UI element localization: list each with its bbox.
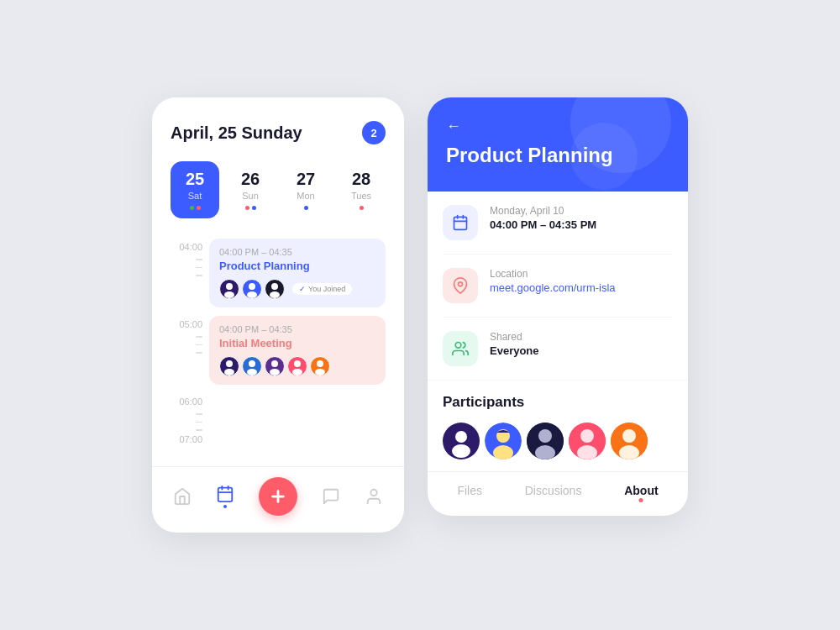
back-button[interactable]: ← [446,118,461,135]
nav-home[interactable] [163,487,202,506]
svg-point-0 [226,283,233,290]
svg-point-31 [452,444,470,458]
event-title-2: Initial Meeting [219,337,375,349]
date-item-28[interactable]: 28 Tues [337,161,386,218]
svg-point-12 [294,360,301,367]
event-product-planning[interactable]: 04:00 PM – 04:35 Product Planning [209,239,386,307]
svg-rect-23 [454,217,467,229]
event-container-2: 04:00 PM – 04:35 Initial Meeting [209,316,386,393]
svg-point-1 [224,291,234,298]
svg-point-5 [270,291,280,298]
participant-avatars [443,423,673,459]
dot [245,206,249,210]
svg-point-4 [271,283,278,290]
nav-chat[interactable] [312,487,350,506]
avatar [265,279,285,299]
date-item-27[interactable]: 27 Mon [281,161,330,218]
joined-text: You Joined [308,285,345,293]
avatar [219,356,239,376]
date-icon [452,214,469,231]
shared-value: Everyone [490,344,539,357]
time-row-6: 06:00 [171,393,386,431]
detail-card: ← Product Planning Monday, April 10 04:0… [428,97,688,516]
date-day-28: Tues [342,191,381,201]
time-tick [196,336,202,338]
svg-point-36 [538,429,552,443]
time-row-5: 05:00 04:00 PM – 04:35 Initial Meeting [171,316,386,393]
event-avatars-1: ✓ You Joined [219,279,375,299]
svg-point-22 [371,490,377,496]
date-num-25: 25 [176,170,214,189]
nav-active-dot [223,505,227,508]
time-tick [196,267,202,269]
time-label-7: 07:00 [171,433,202,444]
date-day-26: Sun [231,191,270,201]
event-container-1: 04:00 PM – 04:35 Product Planning [209,239,386,316]
svg-point-27 [459,282,463,286]
svg-point-30 [455,431,467,443]
svg-rect-16 [218,487,233,501]
svg-point-28 [455,343,461,349]
bottom-nav [152,466,404,533]
avatar [242,279,262,299]
avatar [287,356,307,376]
detail-body: Monday, April 10 04:00 PM – 04:35 PM Loc… [428,192,688,380]
date-day-27: Mon [286,191,325,201]
shared-text: Shared Everyone [490,331,539,357]
time-row-7: 07:00 [171,431,386,456]
info-row-datetime: Monday, April 10 04:00 PM – 04:35 PM [443,192,673,255]
time-column-5: 05:00 [171,316,202,354]
calendar-header: April, 25 Sunday 2 [171,121,386,144]
event-title-1: Product Planning [219,260,375,272]
dot [190,206,194,210]
calendar-icon [216,485,234,503]
calendar-title: April, 25 Sunday [171,123,302,143]
participants-title: Participants [443,394,673,411]
event-time-2: 04:00 PM – 04:35 [219,324,375,334]
svg-point-7 [224,369,234,375]
time-range: 04:00 PM – 04:35 PM [490,218,596,231]
svg-point-11 [270,369,280,375]
date-item-26[interactable]: 26 Sun [226,161,275,218]
participant-avatar-4 [569,423,606,459]
time-row-4: 04:00 04:00 PM – 04:35 Product Planning [171,239,386,316]
date-num-27: 27 [286,170,325,189]
event-time-1: 04:00 PM – 04:35 [219,247,375,257]
svg-point-3 [247,291,257,298]
avatar [265,356,285,376]
date-dots-26 [231,206,270,210]
nav-add[interactable] [249,477,307,516]
svg-point-6 [226,360,233,367]
svg-point-14 [317,360,323,367]
info-row-location: Location meet.google.com/urm-isla [443,255,673,318]
event-initial-meeting[interactable]: 04:00 PM – 04:35 Initial Meeting [209,316,386,385]
event-badge: 2 [362,121,386,144]
svg-point-8 [249,360,255,367]
timeline: 04:00 04:00 PM – 04:35 Product Planning [171,239,386,456]
event-avatars-2 [219,356,375,376]
location-icon [452,277,469,294]
svg-point-39 [580,429,594,443]
calendar-icon-wrap [443,205,478,240]
detail-header: ← Product Planning [428,97,688,192]
add-button[interactable] [259,477,297,516]
tab-about[interactable]: About [624,484,658,501]
date-row: 25 Sat 26 Sun 27 Mon [171,161,386,218]
time-column-7: 07:00 [171,431,202,444]
time-tick [196,275,202,276]
dot [304,206,308,210]
dot [197,206,201,210]
nav-calendar[interactable] [206,485,244,508]
tab-files[interactable]: Files [457,484,482,501]
plus-icon [269,487,287,506]
home-icon [173,487,192,506]
tab-discussions[interactable]: Discusions [525,484,582,501]
time-column-4: 04:00 [171,239,202,276]
date-item-25[interactable]: 25 Sat [171,161,219,218]
date-dots-28 [342,206,381,210]
location-link[interactable]: meet.google.com/urm-isla [490,281,616,294]
nav-profile[interactable] [354,487,393,506]
detail-tabs: Files Discusions About [428,471,688,516]
chat-icon [322,487,340,506]
svg-point-2 [249,283,255,290]
